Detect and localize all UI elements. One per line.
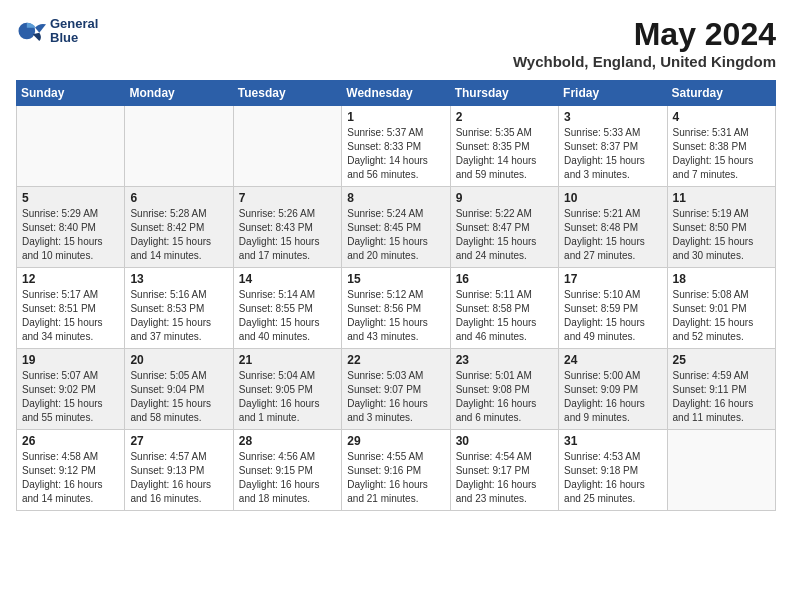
cell-info: Sunrise: 5:26 AM Sunset: 8:43 PM Dayligh…: [239, 207, 336, 263]
header: General Blue May 2024 Wychbold, England,…: [16, 16, 776, 70]
calendar-cell: 15Sunrise: 5:12 AM Sunset: 8:56 PM Dayli…: [342, 268, 450, 349]
day-number: 8: [347, 191, 444, 205]
day-number: 23: [456, 353, 553, 367]
day-number: 12: [22, 272, 119, 286]
location: Wychbold, England, United Kingdom: [513, 53, 776, 70]
calendar-cell: 2Sunrise: 5:35 AM Sunset: 8:35 PM Daylig…: [450, 106, 558, 187]
calendar-cell: 25Sunrise: 4:59 AM Sunset: 9:11 PM Dayli…: [667, 349, 775, 430]
cell-info: Sunrise: 5:11 AM Sunset: 8:58 PM Dayligh…: [456, 288, 553, 344]
calendar-cell: 31Sunrise: 4:53 AM Sunset: 9:18 PM Dayli…: [559, 430, 667, 511]
cell-info: Sunrise: 4:59 AM Sunset: 9:11 PM Dayligh…: [673, 369, 770, 425]
cell-info: Sunrise: 4:54 AM Sunset: 9:17 PM Dayligh…: [456, 450, 553, 506]
calendar-cell: 14Sunrise: 5:14 AM Sunset: 8:55 PM Dayli…: [233, 268, 341, 349]
day-number: 3: [564, 110, 661, 124]
calendar-cell: 10Sunrise: 5:21 AM Sunset: 8:48 PM Dayli…: [559, 187, 667, 268]
day-number: 4: [673, 110, 770, 124]
day-number: 2: [456, 110, 553, 124]
day-number: 22: [347, 353, 444, 367]
calendar-cell: 13Sunrise: 5:16 AM Sunset: 8:53 PM Dayli…: [125, 268, 233, 349]
day-number: 19: [22, 353, 119, 367]
cell-info: Sunrise: 4:57 AM Sunset: 9:13 PM Dayligh…: [130, 450, 227, 506]
day-number: 31: [564, 434, 661, 448]
cell-info: Sunrise: 5:19 AM Sunset: 8:50 PM Dayligh…: [673, 207, 770, 263]
calendar-cell: 8Sunrise: 5:24 AM Sunset: 8:45 PM Daylig…: [342, 187, 450, 268]
calendar-cell: [17, 106, 125, 187]
logo: General Blue: [16, 16, 98, 46]
calendar-cell: [125, 106, 233, 187]
day-number: 9: [456, 191, 553, 205]
day-number: 11: [673, 191, 770, 205]
weekday-header: Saturday: [667, 81, 775, 106]
day-number: 10: [564, 191, 661, 205]
calendar-cell: 5Sunrise: 5:29 AM Sunset: 8:40 PM Daylig…: [17, 187, 125, 268]
calendar-cell: 3Sunrise: 5:33 AM Sunset: 8:37 PM Daylig…: [559, 106, 667, 187]
calendar-cell: 19Sunrise: 5:07 AM Sunset: 9:02 PM Dayli…: [17, 349, 125, 430]
cell-info: Sunrise: 5:12 AM Sunset: 8:56 PM Dayligh…: [347, 288, 444, 344]
cell-info: Sunrise: 5:05 AM Sunset: 9:04 PM Dayligh…: [130, 369, 227, 425]
cell-info: Sunrise: 5:33 AM Sunset: 8:37 PM Dayligh…: [564, 126, 661, 182]
day-number: 21: [239, 353, 336, 367]
calendar-cell: 30Sunrise: 4:54 AM Sunset: 9:17 PM Dayli…: [450, 430, 558, 511]
calendar-table: SundayMondayTuesdayWednesdayThursdayFrid…: [16, 80, 776, 511]
calendar-cell: 26Sunrise: 4:58 AM Sunset: 9:12 PM Dayli…: [17, 430, 125, 511]
calendar-cell: 16Sunrise: 5:11 AM Sunset: 8:58 PM Dayli…: [450, 268, 558, 349]
cell-info: Sunrise: 5:08 AM Sunset: 9:01 PM Dayligh…: [673, 288, 770, 344]
day-number: 25: [673, 353, 770, 367]
day-number: 26: [22, 434, 119, 448]
calendar-cell: 4Sunrise: 5:31 AM Sunset: 8:38 PM Daylig…: [667, 106, 775, 187]
cell-info: Sunrise: 5:24 AM Sunset: 8:45 PM Dayligh…: [347, 207, 444, 263]
cell-info: Sunrise: 5:31 AM Sunset: 8:38 PM Dayligh…: [673, 126, 770, 182]
day-number: 17: [564, 272, 661, 286]
cell-info: Sunrise: 5:10 AM Sunset: 8:59 PM Dayligh…: [564, 288, 661, 344]
cell-info: Sunrise: 5:21 AM Sunset: 8:48 PM Dayligh…: [564, 207, 661, 263]
day-number: 18: [673, 272, 770, 286]
calendar-body: 1Sunrise: 5:37 AM Sunset: 8:33 PM Daylig…: [17, 106, 776, 511]
month-year: May 2024: [513, 16, 776, 53]
calendar-cell: [667, 430, 775, 511]
day-number: 20: [130, 353, 227, 367]
day-number: 6: [130, 191, 227, 205]
cell-info: Sunrise: 5:00 AM Sunset: 9:09 PM Dayligh…: [564, 369, 661, 425]
day-number: 13: [130, 272, 227, 286]
calendar-week-row: 26Sunrise: 4:58 AM Sunset: 9:12 PM Dayli…: [17, 430, 776, 511]
calendar-cell: 28Sunrise: 4:56 AM Sunset: 9:15 PM Dayli…: [233, 430, 341, 511]
cell-info: Sunrise: 4:55 AM Sunset: 9:16 PM Dayligh…: [347, 450, 444, 506]
cell-info: Sunrise: 5:22 AM Sunset: 8:47 PM Dayligh…: [456, 207, 553, 263]
calendar-cell: 23Sunrise: 5:01 AM Sunset: 9:08 PM Dayli…: [450, 349, 558, 430]
calendar-cell: 1Sunrise: 5:37 AM Sunset: 8:33 PM Daylig…: [342, 106, 450, 187]
cell-info: Sunrise: 4:53 AM Sunset: 9:18 PM Dayligh…: [564, 450, 661, 506]
day-number: 7: [239, 191, 336, 205]
logo-line2: Blue: [50, 31, 98, 45]
calendar-cell: 20Sunrise: 5:05 AM Sunset: 9:04 PM Dayli…: [125, 349, 233, 430]
calendar-week-row: 5Sunrise: 5:29 AM Sunset: 8:40 PM Daylig…: [17, 187, 776, 268]
calendar-header-row: SundayMondayTuesdayWednesdayThursdayFrid…: [17, 81, 776, 106]
weekday-header: Tuesday: [233, 81, 341, 106]
calendar-week-row: 19Sunrise: 5:07 AM Sunset: 9:02 PM Dayli…: [17, 349, 776, 430]
calendar-cell: 21Sunrise: 5:04 AM Sunset: 9:05 PM Dayli…: [233, 349, 341, 430]
weekday-header: Wednesday: [342, 81, 450, 106]
day-number: 24: [564, 353, 661, 367]
logo-line1: General: [50, 17, 98, 31]
cell-info: Sunrise: 4:58 AM Sunset: 9:12 PM Dayligh…: [22, 450, 119, 506]
day-number: 27: [130, 434, 227, 448]
calendar-cell: 11Sunrise: 5:19 AM Sunset: 8:50 PM Dayli…: [667, 187, 775, 268]
calendar-week-row: 12Sunrise: 5:17 AM Sunset: 8:51 PM Dayli…: [17, 268, 776, 349]
weekday-header: Sunday: [17, 81, 125, 106]
calendar-week-row: 1Sunrise: 5:37 AM Sunset: 8:33 PM Daylig…: [17, 106, 776, 187]
weekday-header: Monday: [125, 81, 233, 106]
day-number: 30: [456, 434, 553, 448]
calendar-cell: 7Sunrise: 5:26 AM Sunset: 8:43 PM Daylig…: [233, 187, 341, 268]
day-number: 14: [239, 272, 336, 286]
calendar-cell: 17Sunrise: 5:10 AM Sunset: 8:59 PM Dayli…: [559, 268, 667, 349]
cell-info: Sunrise: 5:16 AM Sunset: 8:53 PM Dayligh…: [130, 288, 227, 344]
cell-info: Sunrise: 5:17 AM Sunset: 8:51 PM Dayligh…: [22, 288, 119, 344]
day-number: 28: [239, 434, 336, 448]
weekday-header: Thursday: [450, 81, 558, 106]
cell-info: Sunrise: 5:03 AM Sunset: 9:07 PM Dayligh…: [347, 369, 444, 425]
calendar-cell: 18Sunrise: 5:08 AM Sunset: 9:01 PM Dayli…: [667, 268, 775, 349]
day-number: 16: [456, 272, 553, 286]
calendar-cell: 22Sunrise: 5:03 AM Sunset: 9:07 PM Dayli…: [342, 349, 450, 430]
day-number: 29: [347, 434, 444, 448]
cell-info: Sunrise: 5:14 AM Sunset: 8:55 PM Dayligh…: [239, 288, 336, 344]
day-number: 1: [347, 110, 444, 124]
